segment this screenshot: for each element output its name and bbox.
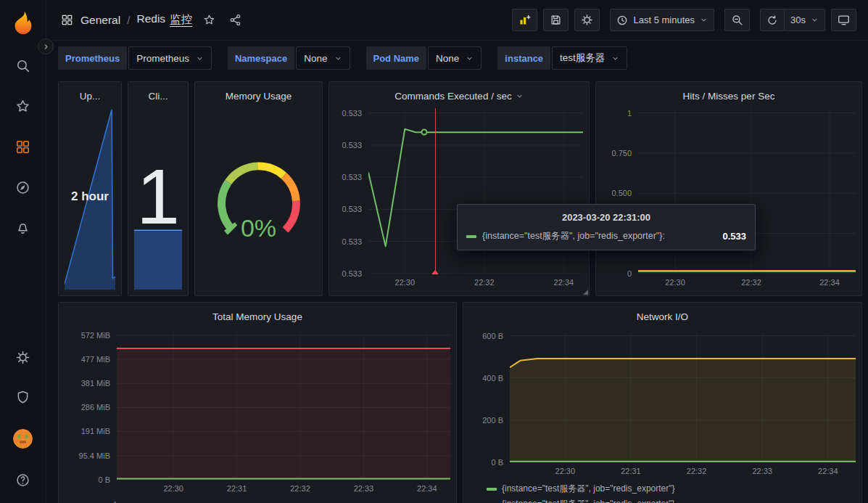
grafana-flame-icon bbox=[10, 9, 36, 36]
panel-title-network-io[interactable]: Network I/O bbox=[469, 308, 856, 324]
legend-item[interactable]: {instance="test服务器", job="redis_exporter… bbox=[487, 483, 675, 495]
variable-value-dropdown[interactable]: None bbox=[428, 46, 481, 70]
memory-usage-gauge[interactable]: 0% bbox=[201, 104, 316, 290]
add-panel-button[interactable] bbox=[512, 9, 537, 31]
panel-title-memory-usage[interactable]: Memory Usage bbox=[201, 88, 316, 104]
sidebar-item-starred[interactable] bbox=[15, 97, 32, 115]
x-tick-label: 22:32 bbox=[741, 279, 761, 287]
refresh-interval-picker[interactable]: 30s bbox=[784, 9, 825, 31]
legend-item[interactable]: max bbox=[135, 500, 167, 503]
compass-icon bbox=[15, 180, 30, 195]
legend: {instance="test服务器", job="redis_exporter… bbox=[469, 478, 856, 503]
chevron-right-icon bbox=[42, 43, 50, 51]
zoom-out-icon bbox=[731, 14, 743, 26]
search-icon bbox=[15, 58, 30, 73]
zoom-out-button[interactable] bbox=[724, 9, 750, 31]
panel-title-uptime[interactable]: Up... bbox=[65, 88, 115, 104]
star-dashboard-button[interactable] bbox=[199, 11, 218, 30]
plot-area[interactable] bbox=[117, 333, 450, 480]
breadcrumb-dashboard[interactable]: Redis 监控 bbox=[136, 12, 192, 28]
variable-selected-value: None bbox=[436, 53, 459, 64]
total-memory-chart[interactable]: 0 B95.4 MiB191 MiB286 MiB381 MiB477 MiB5… bbox=[65, 333, 450, 496]
refresh-group: 30s bbox=[760, 9, 825, 31]
y-tick-label: 0.533 bbox=[342, 141, 362, 149]
variable-value-dropdown[interactable]: None bbox=[296, 46, 350, 70]
sidebar bbox=[0, 0, 46, 503]
grafana-app: General / Redis 监控 bbox=[0, 0, 868, 503]
legend-series-label: {instance="test服务器", job="redis_exporter… bbox=[502, 483, 675, 495]
y-tick-label: 572 MiB bbox=[81, 331, 110, 339]
y-tick-label: 1 bbox=[627, 109, 632, 117]
dashboard-settings-button[interactable] bbox=[574, 9, 600, 31]
save-dashboard-button[interactable] bbox=[543, 9, 569, 31]
tooltip-series-row: {instance="test服务器", job="redis_exporter… bbox=[466, 230, 746, 242]
hover-point-marker bbox=[421, 129, 427, 136]
sidebar-item-dashboards[interactable] bbox=[15, 138, 32, 155]
x-tick-label: 22:34 bbox=[554, 279, 574, 287]
chevron-down-icon bbox=[466, 54, 474, 62]
expand-sidebar-button[interactable] bbox=[38, 38, 54, 54]
grafana-logo[interactable] bbox=[9, 9, 37, 36]
sidebar-item-help[interactable] bbox=[15, 471, 32, 488]
panel-resize-handle[interactable] bbox=[583, 290, 588, 295]
panel-total-memory: Total Memory Usage 0 B95.4 MiB191 MiB286… bbox=[58, 302, 457, 503]
panel-title-clients[interactable]: Cli... bbox=[134, 88, 182, 104]
sidebar-item-server-admin[interactable] bbox=[15, 388, 32, 406]
y-tick-label: 0.533 bbox=[342, 237, 362, 245]
commands-chart[interactable]: 0.5330.5330.5330.5330.5330.533 22:3022:3… bbox=[335, 108, 583, 290]
plot-area[interactable] bbox=[510, 333, 856, 462]
x-tick-label: 22:34 bbox=[818, 467, 838, 475]
x-tick-label: 22:32 bbox=[687, 467, 707, 475]
save-icon bbox=[550, 14, 562, 26]
tv-mode-button[interactable] bbox=[831, 9, 856, 31]
panel-clients: Cli... 1 bbox=[128, 81, 189, 296]
panel-title-total-memory[interactable]: Total Memory Usage bbox=[65, 308, 450, 324]
tooltip-series-swatch bbox=[466, 235, 476, 238]
legend-series-label: {instance="test服务器", job="redis_exporter… bbox=[502, 498, 675, 503]
legend-item[interactable]: {instance="test服务器", job="redis_exporter… bbox=[487, 498, 675, 503]
annotation-line bbox=[435, 108, 436, 274]
chevron-down-icon bbox=[700, 16, 708, 24]
uptime-stat-body[interactable]: 2 hour bbox=[65, 104, 115, 290]
hits-misses-chart[interactable]: 00.2500.5000.7501 22:3022:3222:34 bbox=[602, 108, 856, 290]
clients-stat-body[interactable]: 1 bbox=[134, 104, 182, 290]
time-range-picker[interactable]: Last 5 minutes bbox=[610, 9, 714, 31]
variable-instance: instance test服务器 bbox=[497, 46, 627, 70]
variable-value-dropdown[interactable]: test服务器 bbox=[552, 46, 627, 70]
y-tick-label: 191 MiB bbox=[81, 428, 110, 435]
time-range-label: Last 5 minutes bbox=[633, 15, 695, 25]
gauge-arc: 0% bbox=[202, 152, 315, 241]
sidebar-item-explore[interactable] bbox=[15, 179, 32, 196]
share-dashboard-button[interactable] bbox=[226, 11, 244, 30]
refresh-button[interactable] bbox=[760, 9, 784, 31]
chart-tooltip: 2023-03-20 22:31:00 {instance="test服务器",… bbox=[457, 204, 756, 250]
variable-value-dropdown[interactable]: Prometheus bbox=[128, 46, 212, 70]
sidebar-item-search[interactable] bbox=[15, 57, 32, 74]
apps-grid-icon bbox=[61, 14, 73, 26]
dashboard-grid: Up... 2 hour Cli... 1 bbox=[46, 75, 868, 503]
x-tick-label: 22:30 bbox=[395, 279, 416, 287]
breadcrumb-separator: / bbox=[127, 14, 130, 27]
breadcrumb-folder[interactable]: General bbox=[80, 14, 120, 27]
y-axis-labels: 0 B200 B400 B600 B bbox=[469, 333, 510, 462]
legend-item[interactable]: used bbox=[82, 500, 116, 503]
tooltip-series-value: 0.533 bbox=[722, 231, 746, 242]
panel-title-commands[interactable]: Commands Executed / sec bbox=[335, 88, 583, 104]
panel-row-1: Up... 2 hour Cli... 1 bbox=[58, 81, 862, 296]
variable-selected-value: Prometheus bbox=[136, 53, 189, 64]
refresh-icon bbox=[766, 15, 778, 26]
panel-title-hits-misses[interactable]: Hits / Misses per Sec bbox=[602, 88, 856, 104]
network-io-chart[interactable]: 0 B200 B400 B600 B 22:3022:3122:3222:332… bbox=[469, 333, 856, 478]
variable-selected-value: test服务器 bbox=[560, 52, 605, 65]
panel-row-2: Total Memory Usage 0 B95.4 MiB191 MiB286… bbox=[58, 302, 862, 503]
gear-icon bbox=[581, 14, 593, 26]
sidebar-item-configuration[interactable] bbox=[15, 348, 32, 366]
chevron-down-icon bbox=[196, 54, 204, 62]
variable-label: instance bbox=[497, 46, 550, 70]
refresh-interval-label: 30s bbox=[790, 15, 806, 25]
panel-title-text: Cli... bbox=[149, 91, 168, 102]
user-avatar[interactable] bbox=[13, 428, 33, 449]
sidebar-item-alerting[interactable] bbox=[15, 219, 32, 237]
chevron-down-icon bbox=[811, 16, 819, 24]
x-tick-label: 22:30 bbox=[163, 485, 183, 493]
